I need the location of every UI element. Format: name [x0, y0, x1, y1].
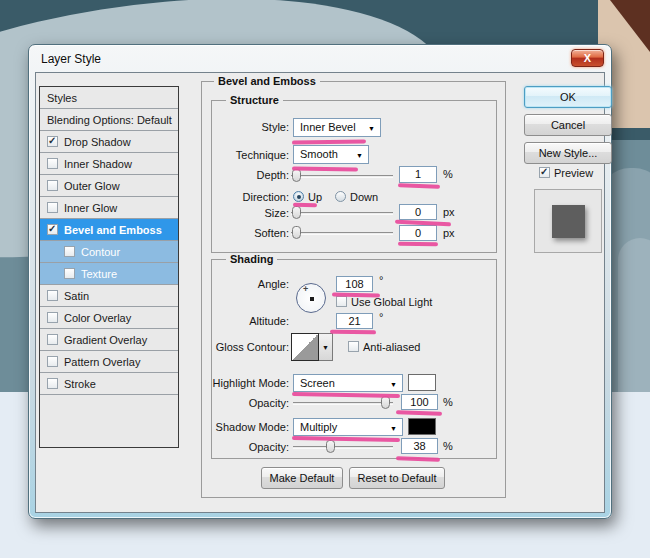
direction-up-radio[interactable]: [293, 191, 304, 202]
shadow-mode-label: Shadow Mode:: [207, 421, 289, 433]
soften-slider-thumb[interactable]: [292, 226, 301, 239]
soften-slider[interactable]: [291, 232, 393, 234]
checkbox-icon[interactable]: [47, 136, 58, 147]
chevron-down-icon: ▼: [390, 425, 397, 432]
angle-dial[interactable]: +: [296, 283, 326, 313]
size-slider[interactable]: [291, 212, 393, 214]
sidebar-item-pattern-overlay[interactable]: Pattern Overlay: [40, 351, 178, 373]
depth-label: Depth:: [207, 169, 289, 181]
highlight-color-swatch[interactable]: [408, 374, 436, 391]
technique-value: Smooth: [300, 148, 338, 160]
angle-dial-marker-icon[interactable]: +: [303, 284, 308, 294]
style-dropdown[interactable]: Inner Bevel▼: [293, 118, 381, 137]
sidebar-item-stroke[interactable]: Stroke: [40, 373, 178, 395]
sidebar-item-label: Drop Shadow: [64, 136, 131, 148]
gloss-contour-thumbnail[interactable]: [291, 333, 319, 361]
checkbox-icon[interactable]: [47, 202, 58, 213]
use-global-light-label[interactable]: Use Global Light: [351, 296, 432, 308]
make-default-button[interactable]: Make Default: [261, 467, 343, 489]
shadow-opacity-unit: %: [443, 440, 453, 452]
checkbox-icon[interactable]: [47, 334, 58, 345]
sidebar-item-label: Bevel and Emboss: [64, 224, 162, 236]
ok-button[interactable]: OK: [524, 86, 612, 108]
dialog-title: Layer Style: [41, 52, 101, 66]
checkbox-icon[interactable]: [47, 180, 58, 191]
shadow-opacity-value[interactable]: 38: [401, 438, 438, 454]
sidebar-item-satin[interactable]: Satin: [40, 285, 178, 307]
structure-legend: Structure: [226, 94, 283, 106]
sidebar-item-bevel-and-emboss[interactable]: Bevel and Emboss: [40, 219, 178, 241]
chevron-down-icon: ▼: [368, 125, 375, 132]
preview-label[interactable]: Preview: [554, 167, 593, 179]
direction-up-label[interactable]: Up: [308, 191, 322, 203]
soften-value[interactable]: 0: [399, 225, 437, 241]
sidebar-item-outer-glow[interactable]: Outer Glow: [40, 175, 178, 197]
highlight-opacity-slider-thumb[interactable]: [381, 396, 390, 409]
sidebar-item-blending-options[interactable]: Blending Options: Default: [40, 109, 178, 131]
shadow-mode-dropdown[interactable]: Multiply▼: [293, 418, 403, 436]
altitude-label: Altitude:: [207, 315, 289, 327]
depth-value[interactable]: 1: [399, 166, 437, 183]
checkbox-icon[interactable]: [47, 158, 58, 169]
checkbox-icon[interactable]: [64, 268, 75, 279]
highlight-mode-value: Screen: [300, 377, 335, 389]
style-label: Style:: [207, 121, 289, 133]
checkbox-icon[interactable]: [47, 224, 58, 235]
size-value[interactable]: 0: [399, 204, 437, 220]
technique-dropdown[interactable]: Smooth▼: [293, 145, 369, 164]
sidebar-item-inner-glow[interactable]: Inner Glow: [40, 197, 178, 219]
sidebar-item-label: Inner Glow: [64, 202, 117, 214]
sidebar-item-styles[interactable]: Styles: [40, 87, 178, 109]
use-global-light-checkbox[interactable]: [336, 296, 347, 307]
layer-style-dialog: Layer Style X Styles Blending Options: D…: [28, 44, 612, 519]
size-slider-thumb[interactable]: [292, 206, 301, 219]
direction-label: Direction:: [207, 191, 289, 203]
angle-value[interactable]: 108: [336, 276, 373, 292]
sidebar-item-label: Satin: [64, 290, 89, 302]
shadow-opacity-slider-thumb[interactable]: [326, 440, 335, 453]
sidebar-item-color-overlay[interactable]: Color Overlay: [40, 307, 178, 329]
soften-unit: px: [443, 227, 455, 239]
altitude-value[interactable]: 21: [336, 313, 373, 329]
angle-label: Angle:: [207, 278, 289, 290]
sidebar-item-contour[interactable]: Contour: [40, 241, 178, 263]
anti-aliased-checkbox[interactable]: [348, 341, 359, 352]
gloss-contour-label: Gloss Contour:: [207, 341, 289, 353]
shadow-mode-value: Multiply: [300, 421, 337, 433]
direction-down-label[interactable]: Down: [350, 191, 378, 203]
sidebar-item-gradient-overlay[interactable]: Gradient Overlay: [40, 329, 178, 351]
preview-checkbox[interactable]: [539, 167, 550, 178]
checkbox-icon[interactable]: [47, 378, 58, 389]
chevron-down-icon: ▼: [322, 344, 329, 351]
shadow-color-swatch[interactable]: [408, 418, 436, 435]
sidebar-item-label: Outer Glow: [64, 180, 120, 192]
highlight-mode-dropdown[interactable]: Screen▼: [293, 374, 403, 392]
highlight-mode-label: Highlight Mode:: [207, 377, 289, 389]
soften-label: Soften:: [207, 227, 289, 239]
highlight-opacity-slider[interactable]: [293, 402, 393, 404]
anti-aliased-label[interactable]: Anti-aliased: [363, 341, 420, 353]
depth-slider[interactable]: [291, 175, 393, 177]
direction-down-radio[interactable]: [335, 191, 346, 202]
technique-label: Technique:: [207, 149, 289, 161]
checkbox-icon[interactable]: [47, 312, 58, 323]
cancel-button[interactable]: Cancel: [524, 114, 612, 136]
annotation-soften: [398, 242, 438, 247]
new-style-button[interactable]: New Style...: [524, 142, 612, 164]
sidebar-item-inner-shadow[interactable]: Inner Shadow: [40, 153, 178, 175]
sidebar-item-label: Inner Shadow: [64, 158, 132, 170]
checkbox-icon[interactable]: [47, 290, 58, 301]
depth-slider-thumb[interactable]: [292, 169, 301, 182]
sidebar-item-texture[interactable]: Texture: [40, 263, 178, 285]
checkbox-icon[interactable]: [47, 356, 58, 367]
shadow-opacity-slider[interactable]: [293, 446, 393, 448]
close-icon[interactable]: X: [571, 49, 604, 67]
chevron-down-icon: ▼: [356, 152, 363, 159]
gloss-contour-dropdown[interactable]: ▼: [319, 333, 333, 361]
highlight-opacity-value[interactable]: 100: [401, 394, 438, 410]
angle-unit: °: [379, 274, 383, 286]
reset-to-default-button[interactable]: Reset to Default: [349, 467, 445, 489]
sidebar-item-drop-shadow[interactable]: Drop Shadow: [40, 131, 178, 153]
desktop: Layer Style X Styles Blending Options: D…: [0, 0, 650, 558]
checkbox-icon[interactable]: [64, 246, 75, 257]
